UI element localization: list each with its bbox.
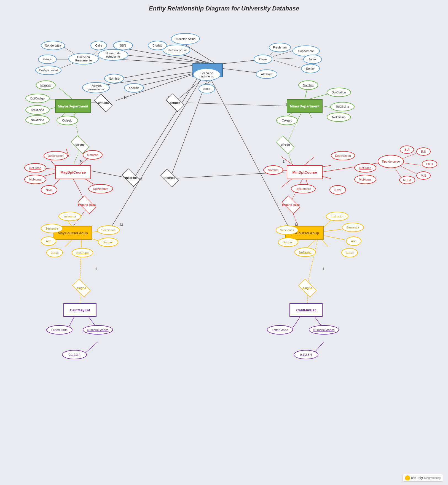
ellipse-dptnombre-min: DptNombre xyxy=(291,184,316,193)
ellipse-senior: Senior xyxy=(301,64,320,73)
ellipse-ano-min: Año xyxy=(346,236,361,246)
ellipse-mba: M.B.A xyxy=(399,176,415,184)
ellipse-teloficina-minor: TelOficina xyxy=(330,102,355,111)
ellipse-dptcodigo-mayor: DptCodigo xyxy=(25,94,50,103)
svg-text:1: 1 xyxy=(323,267,324,271)
diamond-imparte-right: Imparte clase xyxy=(278,198,303,212)
diamond-asigna-left: asigna xyxy=(69,281,94,295)
ellipse-semestre-may: Semestre xyxy=(41,224,63,233)
ellipse-ciudad: Ciudad xyxy=(148,41,167,50)
ellipse-direccion-act: Direccion Actual xyxy=(171,33,200,45)
watermark-sub: Diagramming xyxy=(424,476,441,479)
ellipse-grades-min: 0,1,2,3,4 xyxy=(294,350,318,359)
ellipse-nogrupo-min: NoGrupo xyxy=(294,247,316,257)
ellipse-colegio-minor: Colegio xyxy=(276,116,298,125)
svg-text:1: 1 xyxy=(96,267,98,271)
ellipse-fecha-nac: Fecha de nacimiento xyxy=(193,68,221,81)
ellipse-colegio-mayor: Colegio xyxy=(57,116,78,125)
svg-line-54 xyxy=(281,157,294,165)
diamond-imparte-left: Imparte clase xyxy=(74,198,99,212)
ellipse-junior: Junior xyxy=(303,55,322,64)
ellipse-ba: B.A xyxy=(400,146,414,154)
svg-line-39 xyxy=(135,77,198,176)
ellipse-semestre-min: Semestre xyxy=(342,223,364,232)
ellipse-num-est: Numero de estudiante xyxy=(98,49,128,61)
ellipse-bs: B.S xyxy=(416,147,431,156)
ellipse-secciones-min: Secciones xyxy=(276,225,298,235)
svg-line-61 xyxy=(399,165,416,174)
svg-text:N: N xyxy=(124,95,127,99)
svg-text:N: N xyxy=(80,159,82,163)
entity-min-dpt-course: MinDptCourse xyxy=(287,165,323,179)
svg-line-89 xyxy=(84,342,98,354)
svg-line-67 xyxy=(110,77,203,229)
ellipse-ssn: SSN xyxy=(113,41,133,50)
svg-line-76 xyxy=(323,220,331,228)
ellipse-nombre-maydpt: Nombre xyxy=(83,150,103,160)
diagram-title: Entity Relationship Diagram for Universi… xyxy=(149,5,299,12)
ellipse-nivel-min: Nivel xyxy=(329,185,346,195)
ellipse-ano-may: Año xyxy=(41,236,56,246)
svg-line-83 xyxy=(80,239,81,284)
svg-text:M: M xyxy=(120,223,123,227)
ellipse-instructor-may: Instructor xyxy=(58,212,81,221)
svg-line-18 xyxy=(273,58,303,59)
ellipse-estado: Estado xyxy=(38,55,57,64)
diamond-inscribe-left: inscribe xyxy=(119,171,143,185)
ellipse-attribute: Attribute xyxy=(256,69,277,79)
diamond-estudia-left: estudia xyxy=(91,96,116,110)
ellipse-nogrupo-may: NoGrupo xyxy=(72,248,93,257)
ellipse-seccion-may: Seccion xyxy=(98,238,118,247)
ellipse-nombre-minor: Nombre xyxy=(298,80,318,90)
svg-line-68 xyxy=(210,77,289,229)
entity-calif-may-est: CalifMayEst xyxy=(63,303,96,317)
ellipse-seccion-min: Seccion xyxy=(278,238,298,247)
ellipse-numericgrades-min: NumericGrades xyxy=(309,325,339,335)
diagram-lines: N 1 N 1 M M M N N M 1 1 1 1 1 N N 1 xyxy=(0,0,448,485)
diamond-asigna-right: asigna xyxy=(295,281,320,295)
svg-line-62 xyxy=(394,167,401,178)
svg-line-90 xyxy=(292,316,301,329)
ellipse-nocurso-may: NoCurso xyxy=(24,163,46,173)
ellipse-no-casa: No. de casa xyxy=(41,41,65,50)
entity-may-dpt-course: MayDptCourse xyxy=(55,165,91,179)
svg-line-80 xyxy=(307,239,316,247)
ellipse-apellido: Apellido xyxy=(124,83,144,93)
svg-text:1: 1 xyxy=(283,159,285,163)
diamond-inscribe-right: inscribe xyxy=(157,171,182,185)
svg-line-77 xyxy=(324,229,345,231)
ellipse-nombre-est: Nombre xyxy=(104,74,124,83)
ellipse-instructor-min: Instructor xyxy=(326,212,348,221)
svg-line-1 xyxy=(116,63,203,79)
ellipse-lettergrade-min: LetterGrade xyxy=(267,325,293,335)
ellipse-teloficina-mayor: TelOficina xyxy=(25,105,50,115)
entity-mayor-department: MayorDepartment xyxy=(55,99,91,113)
ellipse-nohoras-min: NoHoras xyxy=(354,175,376,184)
ellipse-curso-may: Curso xyxy=(46,248,63,257)
svg-line-25 xyxy=(59,88,73,100)
svg-line-79 xyxy=(321,239,328,247)
ellipse-descripcion-min: Descripcion xyxy=(331,151,355,160)
svg-line-19 xyxy=(273,60,302,68)
svg-line-85 xyxy=(307,239,318,284)
svg-line-24 xyxy=(187,103,287,106)
ellipse-dptnombre-may: DptNombre xyxy=(88,184,113,193)
ellipse-sexo: Sexo xyxy=(198,84,215,93)
ellipse-numericgrades-may: NumericGrades xyxy=(83,325,113,335)
svg-line-56 xyxy=(281,179,292,187)
ellipse-nooficina-minor: NoOficina xyxy=(327,112,351,122)
ellipse-dptcodigo-minor: DptCodigo xyxy=(327,88,351,97)
ellipse-telefono-perm: Telefono permanente xyxy=(82,82,110,93)
ellipse-curso-min: Curso xyxy=(341,248,358,257)
ellipse-nooficina-mayor: NoOficina xyxy=(25,115,50,125)
ellipse-nombre-mayor: Nombre xyxy=(36,80,56,90)
watermark-text: creately xyxy=(411,476,423,480)
entity-minor-department: MinorDepartment xyxy=(287,99,323,113)
ellipse-direccion-perm: Direccion Permanente xyxy=(68,53,99,64)
ellipse-calle: Calle xyxy=(90,41,107,50)
ellipse-secciones-may: Secciones xyxy=(97,225,120,235)
ellipse-freshman: Freshman xyxy=(269,43,291,52)
ellipse-nohoras-may: NoHoras xyxy=(24,175,46,184)
ellipse-nivel-may: Nivel xyxy=(41,185,57,195)
diamond-ofrece-left: ofrece xyxy=(68,138,92,152)
